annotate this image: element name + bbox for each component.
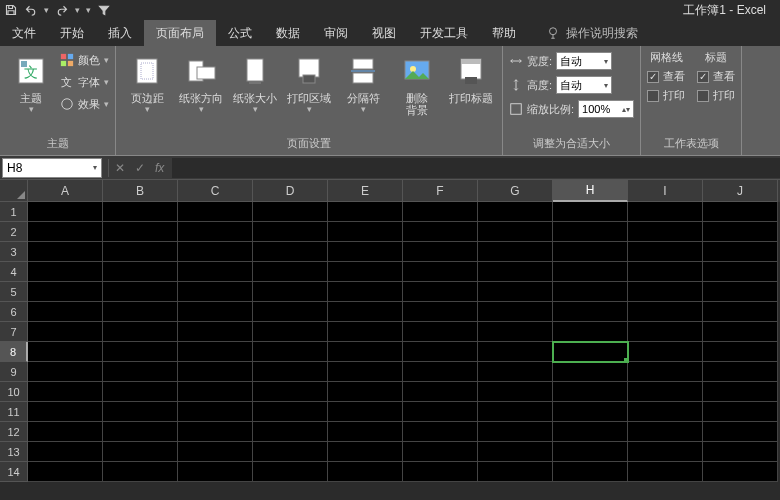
cell-F11[interactable]	[403, 402, 478, 422]
cell-D7[interactable]	[253, 322, 328, 342]
col-header-C[interactable]: C	[178, 180, 253, 202]
cell-B13[interactable]	[103, 442, 178, 462]
cell-H2[interactable]	[553, 222, 628, 242]
redo-dd-icon[interactable]: ▾	[75, 5, 80, 15]
col-header-D[interactable]: D	[253, 180, 328, 202]
breaks-button[interactable]: 分隔符▾	[338, 50, 388, 114]
cell-D6[interactable]	[253, 302, 328, 322]
row-header-2[interactable]: 2	[0, 222, 28, 242]
cell-C6[interactable]	[178, 302, 253, 322]
fonts-button[interactable]: 文字体▾	[60, 72, 109, 92]
cell-G6[interactable]	[478, 302, 553, 322]
cell-J11[interactable]	[703, 402, 778, 422]
cell-B4[interactable]	[103, 262, 178, 282]
cell-H5[interactable]	[553, 282, 628, 302]
cell-C8[interactable]	[178, 342, 253, 362]
cell-D9[interactable]	[253, 362, 328, 382]
cell-A7[interactable]	[28, 322, 103, 342]
cell-F14[interactable]	[403, 462, 478, 482]
cell-F1[interactable]	[403, 202, 478, 222]
size-button[interactable]: 纸张大小▾	[230, 50, 280, 114]
col-header-G[interactable]: G	[478, 180, 553, 202]
cell-G14[interactable]	[478, 462, 553, 482]
cell-C7[interactable]	[178, 322, 253, 342]
cell-E6[interactable]	[328, 302, 403, 322]
cell-A14[interactable]	[28, 462, 103, 482]
cell-J5[interactable]	[703, 282, 778, 302]
cell-G11[interactable]	[478, 402, 553, 422]
scale-spinner[interactable]: 100%▴▾	[578, 100, 634, 118]
tab-帮助[interactable]: 帮助	[480, 20, 528, 46]
cell-B8[interactable]	[103, 342, 178, 362]
colors-button[interactable]: 颜色▾	[60, 50, 109, 70]
col-header-H[interactable]: H	[553, 180, 628, 202]
cell-B1[interactable]	[103, 202, 178, 222]
cell-J3[interactable]	[703, 242, 778, 262]
cell-A4[interactable]	[28, 262, 103, 282]
headings-view-checkbox[interactable]: 查看	[697, 69, 735, 84]
cell-J4[interactable]	[703, 262, 778, 282]
cell-I12[interactable]	[628, 422, 703, 442]
col-header-F[interactable]: F	[403, 180, 478, 202]
cell-J8[interactable]	[703, 342, 778, 362]
cell-A12[interactable]	[28, 422, 103, 442]
cell-H12[interactable]	[553, 422, 628, 442]
cell-A3[interactable]	[28, 242, 103, 262]
cell-I7[interactable]	[628, 322, 703, 342]
cell-E7[interactable]	[328, 322, 403, 342]
cell-I2[interactable]	[628, 222, 703, 242]
cell-G13[interactable]	[478, 442, 553, 462]
cell-D5[interactable]	[253, 282, 328, 302]
gridlines-view-checkbox[interactable]: 查看	[647, 69, 685, 84]
cell-D3[interactable]	[253, 242, 328, 262]
col-header-J[interactable]: J	[703, 180, 778, 202]
tab-插入[interactable]: 插入	[96, 20, 144, 46]
print-area-button[interactable]: 打印区域▾	[284, 50, 334, 114]
cell-E11[interactable]	[328, 402, 403, 422]
cell-E9[interactable]	[328, 362, 403, 382]
cell-E3[interactable]	[328, 242, 403, 262]
cell-F8[interactable]	[403, 342, 478, 362]
cell-J13[interactable]	[703, 442, 778, 462]
cell-H13[interactable]	[553, 442, 628, 462]
cell-D11[interactable]	[253, 402, 328, 422]
cell-H14[interactable]	[553, 462, 628, 482]
tab-文件[interactable]: 文件	[0, 20, 48, 46]
cell-B5[interactable]	[103, 282, 178, 302]
row-header-10[interactable]: 10	[0, 382, 28, 402]
cell-J2[interactable]	[703, 222, 778, 242]
fx-icon[interactable]: fx	[155, 161, 164, 175]
cell-C13[interactable]	[178, 442, 253, 462]
cell-B11[interactable]	[103, 402, 178, 422]
cell-E2[interactable]	[328, 222, 403, 242]
cell-J6[interactable]	[703, 302, 778, 322]
formula-input[interactable]	[172, 158, 780, 178]
cell-G1[interactable]	[478, 202, 553, 222]
themes-button[interactable]: 文 主题 ▾	[6, 50, 56, 114]
cell-J12[interactable]	[703, 422, 778, 442]
tab-开发工具[interactable]: 开发工具	[408, 20, 480, 46]
row-header-1[interactable]: 1	[0, 202, 28, 222]
col-header-E[interactable]: E	[328, 180, 403, 202]
background-button[interactable]: 删除 背景	[392, 50, 442, 116]
cell-C3[interactable]	[178, 242, 253, 262]
cell-A8[interactable]	[28, 342, 103, 362]
cell-C12[interactable]	[178, 422, 253, 442]
orientation-button[interactable]: 纸张方向▾	[176, 50, 226, 114]
cell-J1[interactable]	[703, 202, 778, 222]
cell-A5[interactable]	[28, 282, 103, 302]
cell-F6[interactable]	[403, 302, 478, 322]
cell-I9[interactable]	[628, 362, 703, 382]
cell-A9[interactable]	[28, 362, 103, 382]
cell-I5[interactable]	[628, 282, 703, 302]
headings-print-checkbox[interactable]: 打印	[697, 88, 735, 103]
cell-H8[interactable]	[553, 342, 628, 362]
row-header-11[interactable]: 11	[0, 402, 28, 422]
row-header-6[interactable]: 6	[0, 302, 28, 322]
row-header-4[interactable]: 4	[0, 262, 28, 282]
save-icon[interactable]	[4, 3, 18, 17]
cell-H3[interactable]	[553, 242, 628, 262]
row-header-9[interactable]: 9	[0, 362, 28, 382]
cell-B2[interactable]	[103, 222, 178, 242]
cell-F7[interactable]	[403, 322, 478, 342]
